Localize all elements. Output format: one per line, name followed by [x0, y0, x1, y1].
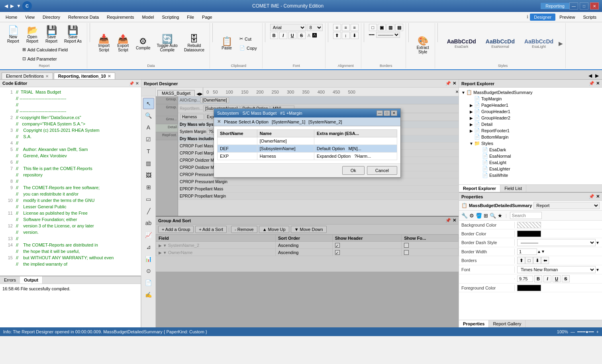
- nav-back-btn[interactable]: ◀: [3, 2, 9, 10]
- dialog-ok-btn[interactable]: Ok: [342, 166, 365, 175]
- properties-close[interactable]: ✕: [596, 194, 600, 199]
- zoom-btn[interactable]: 🔍: [143, 110, 154, 121]
- prop-font-size-value[interactable]: B I U S: [515, 274, 602, 283]
- image-btn[interactable]: 🖼: [143, 170, 154, 181]
- border-width-up[interactable]: ▲: [537, 249, 541, 254]
- properties-pin[interactable]: 📌: [589, 194, 594, 199]
- tree-esalighter[interactable]: 📄 EsaLighter: [461, 166, 600, 172]
- menu-model[interactable]: Model: [138, 14, 158, 21]
- tree-reportfooter1[interactable]: ▶ 📄 ReportFooter1: [461, 127, 600, 134]
- dialog-close[interactable]: ✕: [391, 110, 397, 116]
- win-close-btn[interactable]: ✕: [590, 2, 599, 10]
- styles-scroll-right[interactable]: ▶: [559, 40, 563, 47]
- prop-icon-table[interactable]: ⊞: [484, 213, 488, 219]
- designer-tab-scroll-right[interactable]: ▶: [200, 92, 203, 96]
- tab-output[interactable]: Output: [20, 276, 43, 284]
- border-btn-3[interactable]: ▥: [386, 24, 394, 31]
- open-report-btn[interactable]: 📂 Open Report: [23, 24, 41, 45]
- toggle-compile-btn[interactable]: 🔄 Toggle Auto Compile: [154, 33, 180, 54]
- dialog-minimize[interactable]: —: [376, 110, 383, 116]
- option-row-0[interactable]: [OwnerName]: [218, 137, 397, 145]
- italic-btn[interactable]: I: [279, 32, 287, 39]
- tree-groupheader2[interactable]: ▶ 📄 GroupHeader2: [461, 115, 600, 121]
- prop-icon-gear[interactable]: ⚙: [469, 213, 474, 219]
- compile-btn[interactable]: ⚙ Compile: [133, 35, 153, 52]
- prop-icon-search-tool[interactable]: 🔍: [490, 213, 496, 219]
- align-left-btn[interactable]: ≡: [333, 24, 341, 31]
- border-btn-4[interactable]: ▤: [395, 24, 403, 31]
- dialog-maximize[interactable]: □: [384, 110, 390, 116]
- groupheader1-expand[interactable]: ▶: [469, 110, 474, 114]
- menu-directory[interactable]: Directory: [39, 14, 64, 21]
- doc-tabs-scroll-left[interactable]: ◀: [587, 72, 594, 79]
- prop-border-color-value[interactable]: [515, 230, 602, 238]
- win-maximize-btn[interactable]: □: [580, 2, 588, 10]
- prop-icon-bucket[interactable]: 🪣: [476, 213, 482, 219]
- tree-esanormal[interactable]: 📄 EsaNormal: [461, 153, 600, 159]
- save-as-report-btn[interactable]: 💾 Save Report As: [61, 24, 84, 45]
- ab-btn[interactable]: ab: [143, 217, 154, 229]
- align-top-btn[interactable]: ⬆: [333, 32, 341, 39]
- align-center-btn[interactable]: ≡: [342, 24, 350, 31]
- doc-tab-reporting[interactable]: Reporting, iteration_10 ✕: [54, 72, 115, 79]
- tree-root[interactable]: ▼ 📋 MassBudgetDetailedSummary: [461, 89, 600, 96]
- line-btn[interactable]: ╱: [143, 205, 154, 217]
- border-dash-select[interactable]: ————: [517, 239, 596, 246]
- option-row-exp[interactable]: EXP Harness Expanded Option ?Harm...: [218, 153, 397, 160]
- border-bottom-btn[interactable]: ⬇: [533, 257, 541, 264]
- menu-reference[interactable]: Reference Data: [64, 14, 103, 21]
- tree-esadark[interactable]: 📄 EsaDark: [461, 147, 600, 153]
- prop-fg-color-value[interactable]: [515, 284, 602, 292]
- designer-close-tab[interactable]: ✕: [455, 90, 459, 94]
- add-parameter-btn[interactable]: ⊡ Add Parameter: [20, 55, 71, 63]
- zoom-in-btn[interactable]: +: [596, 329, 599, 334]
- prop-bg-value[interactable]: [515, 221, 602, 229]
- rect-btn[interactable]: ▭: [143, 194, 154, 205]
- import-script-btn[interactable]: 📥 Import Script: [95, 33, 113, 54]
- prop-icon-star[interactable]: ★: [498, 213, 502, 219]
- border-left-btn[interactable]: ⬅: [541, 257, 549, 264]
- underline-btn[interactable]: U: [288, 32, 296, 39]
- designer-pin[interactable]: 📌: [445, 81, 451, 86]
- chart-btn[interactable]: 📊: [143, 253, 154, 264]
- prop-icon-wrench[interactable]: 🔧: [461, 213, 468, 219]
- style-esa-light[interactable]: AaBbCcDd EsaLight: [521, 36, 557, 51]
- doc-tabs-scroll-right[interactable]: ▶: [594, 72, 600, 79]
- extract-style-btn[interactable]: 🎨 Extract Style: [414, 35, 432, 56]
- menu-preview[interactable]: Preview: [555, 14, 579, 21]
- text-tool-btn[interactable]: A: [143, 122, 154, 133]
- border-width-input[interactable]: [517, 249, 537, 255]
- menu-scripting[interactable]: Scripting: [158, 14, 183, 21]
- doc-tab-element-defs[interactable]: Element Definitions ✕: [2, 72, 53, 79]
- dialog-cancel-btn[interactable]: Cancel: [367, 166, 397, 175]
- add-calculated-field-btn[interactable]: ⊞ Add Calculated Field: [20, 45, 71, 54]
- align-right-btn[interactable]: ≡: [351, 24, 359, 31]
- pageheader1-expand[interactable]: ▶: [469, 103, 474, 108]
- pivot-btn[interactable]: ⊿: [143, 241, 154, 252]
- tree-groupheader1[interactable]: ▶ 📄 GroupHeader1: [461, 108, 600, 115]
- barcode-btn[interactable]: ▥: [143, 158, 154, 169]
- tree-topmargin[interactable]: 📄 TopMargin: [461, 96, 600, 102]
- strikethrough-btn[interactable]: S: [298, 32, 306, 39]
- menu-file[interactable]: File: [183, 14, 198, 21]
- font-size-input[interactable]: [517, 276, 533, 282]
- font-underline-prop[interactable]: U: [553, 275, 561, 282]
- border-btn-2[interactable]: ▣: [378, 24, 386, 31]
- font-italic-prop[interactable]: I: [543, 275, 551, 282]
- styles-expand[interactable]: ▼: [469, 141, 474, 146]
- menu-designer[interactable]: Designer: [530, 14, 555, 21]
- zoom-out-btn[interactable]: —: [571, 329, 575, 334]
- menu-page[interactable]: Page: [198, 14, 216, 21]
- select-tool-btn[interactable]: ↖: [143, 98, 154, 109]
- tree-esawhite[interactable]: 📄 EsaWhite: [461, 172, 600, 178]
- sparkline-btn[interactable]: 📈: [143, 229, 154, 241]
- tree-esalight[interactable]: 📄 EsaLight: [461, 159, 600, 166]
- menu-view[interactable]: View: [21, 14, 39, 21]
- rebuild-datasource-btn[interactable]: 🗄 Rebuild Datasource: [181, 33, 207, 54]
- prop-border-width-value[interactable]: ▲ ▼: [515, 248, 602, 256]
- font-color-btn[interactable]: A: [308, 33, 310, 38]
- border-top-btn[interactable]: ⬆: [517, 257, 525, 264]
- tree-detail[interactable]: ▶ 📄 Detail: [461, 121, 600, 127]
- border-all-btn[interactable]: □: [525, 257, 533, 264]
- font-size-select[interactable]: 8: [307, 24, 323, 31]
